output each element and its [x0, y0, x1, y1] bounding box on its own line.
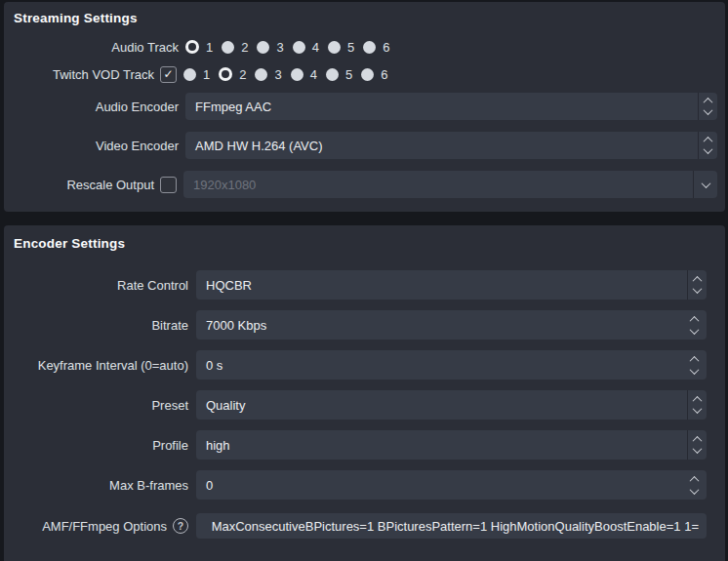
chevron-down-icon — [693, 284, 703, 294]
chevron-down-icon — [689, 325, 699, 335]
help-icon[interactable]: ? — [173, 518, 188, 534]
audio-track-option-2[interactable]: 2 — [222, 40, 248, 55]
spin-up-button[interactable] — [688, 354, 700, 364]
radio-icon[interactable] — [326, 68, 339, 81]
rescale-output-combobox: 1920x1080 — [183, 171, 717, 198]
streaming-settings-title: Streaming Settings — [4, 2, 725, 25]
radio-icon[interactable] — [291, 68, 303, 81]
chevron-down-icon — [701, 179, 710, 188]
keyframe-interval-label: Keyframe Interval (0=auto) — [14, 358, 188, 373]
radio-label: 6 — [381, 67, 387, 82]
rate-control-combobox[interactable]: HQCBR — [196, 270, 707, 300]
rescale-output-value: 1920x1080 — [193, 178, 256, 192]
radio-icon[interactable] — [183, 68, 196, 81]
twitch-vod-option-3[interactable]: 3 — [255, 67, 281, 82]
chevron-down-icon — [704, 144, 713, 154]
max-b-frames-spinbox[interactable]: 0 — [196, 470, 707, 500]
chevron-down-icon — [693, 404, 703, 414]
rate-control-value: HQCBR — [206, 278, 252, 293]
radio-label: 2 — [239, 67, 246, 82]
spin-up-button[interactable] — [688, 474, 700, 484]
chevron-down-icon — [689, 485, 699, 495]
radio-icon[interactable] — [363, 41, 376, 54]
radio-label: 5 — [345, 67, 352, 82]
radio-label: 1 — [203, 67, 210, 82]
encoder-settings-title: Encoder Settings — [4, 225, 725, 251]
radio-icon[interactable] — [293, 41, 305, 54]
chevron-down-icon — [704, 105, 713, 115]
radio-label: 1 — [206, 40, 213, 55]
keyframe-interval-spinbox[interactable]: 0 s — [196, 350, 707, 380]
twitch-vod-option-5[interactable]: 5 — [326, 67, 352, 82]
rate-control-row: Rate Control HQCBR — [4, 270, 725, 300]
profile-combobox[interactable]: high — [196, 430, 707, 460]
twitch-vod-track-row: Twitch VOD Track 1 2 3 4 5 — [4, 64, 725, 84]
audio-encoder-combobox[interactable]: FFmpeg AAC — [185, 93, 717, 120]
radio-label: 3 — [274, 67, 281, 82]
twitch-vod-option-4[interactable]: 4 — [291, 67, 317, 82]
spin-down-button[interactable] — [688, 326, 700, 336]
encoder-settings-panel: Encoder Settings Rate Control HQCBR Bitr… — [4, 225, 725, 561]
max-b-frames-value: 0 — [206, 478, 213, 493]
video-encoder-row: Video Encoder AMD HW H.264 (AVC) — [4, 132, 725, 159]
radio-label: 4 — [310, 67, 317, 82]
bitrate-spinbox[interactable]: 7000 Kbps — [196, 310, 707, 340]
twitch-vod-option-1[interactable]: 1 — [183, 67, 210, 82]
amf-ffmpeg-options-input[interactable] — [196, 513, 707, 539]
bitrate-row: Bitrate 7000 Kbps — [4, 310, 725, 340]
streaming-settings-panel: Streaming Settings Audio Track 1 2 3 4 — [4, 2, 725, 212]
audio-track-option-1[interactable]: 1 — [185, 40, 213, 55]
radio-icon[interactable] — [222, 41, 234, 54]
combo-arrows[interactable] — [687, 270, 707, 300]
combo-arrows[interactable] — [698, 93, 717, 120]
radio-selected-icon[interactable] — [185, 40, 199, 54]
radio-label: 5 — [347, 40, 354, 55]
radio-icon[interactable] — [328, 41, 341, 54]
radio-icon[interactable] — [257, 41, 269, 54]
radio-icon[interactable] — [255, 68, 267, 81]
radio-icon[interactable] — [361, 68, 374, 81]
audio-track-option-5[interactable]: 5 — [328, 40, 354, 55]
spin-down-button[interactable] — [688, 486, 700, 496]
twitch-vod-option-2[interactable]: 2 — [219, 67, 246, 82]
rescale-output-checkbox[interactable] — [160, 177, 177, 193]
chevron-down-icon — [693, 444, 703, 454]
video-encoder-combobox[interactable]: AMD HW H.264 (AVC) — [185, 132, 717, 159]
keyframe-interval-value: 0 s — [206, 358, 222, 373]
amf-ffmpeg-options-label-text: AMF/FFmpeg Options — [42, 519, 167, 534]
bitrate-value: 7000 Kbps — [206, 318, 266, 333]
audio-track-option-3[interactable]: 3 — [257, 40, 283, 55]
chevron-down-icon — [689, 365, 699, 375]
amf-ffmpeg-options-label: AMF/FFmpeg Options ? — [14, 518, 188, 534]
rate-control-label: Rate Control — [14, 278, 188, 293]
spin-up-button[interactable] — [688, 314, 700, 324]
combo-arrows[interactable] — [687, 390, 707, 420]
preset-combobox[interactable]: Quality — [196, 390, 707, 420]
max-b-frames-row: Max B-frames 0 — [4, 470, 725, 500]
amf-ffmpeg-options-row: AMF/FFmpeg Options ? — [4, 513, 725, 539]
twitch-vod-track-label: Twitch VOD Track — [14, 67, 154, 82]
spin-down-button[interactable] — [688, 366, 700, 376]
rescale-output-row: Rescale Output 1920x1080 — [4, 171, 725, 198]
preset-row: Preset Quality — [4, 390, 725, 420]
audio-encoder-label: Audio Encoder — [14, 100, 179, 114]
audio-track-label: Audio Track — [14, 40, 179, 55]
dropdown-arrow — [693, 171, 717, 198]
combo-arrows[interactable] — [698, 132, 717, 159]
bitrate-label: Bitrate — [14, 318, 188, 333]
rescale-output-label: Rescale Output — [14, 178, 154, 192]
profile-row: Profile high — [4, 430, 725, 460]
profile-label: Profile — [14, 438, 188, 453]
preset-label: Preset — [14, 398, 188, 413]
audio-track-option-4[interactable]: 4 — [293, 40, 319, 55]
radio-selected-icon[interactable] — [219, 67, 232, 81]
combo-arrows[interactable] — [687, 430, 707, 460]
radio-label: 2 — [241, 40, 248, 55]
twitch-vod-track-checkbox[interactable] — [160, 66, 177, 83]
twitch-vod-option-6[interactable]: 6 — [361, 67, 387, 82]
audio-encoder-row: Audio Encoder FFmpeg AAC — [4, 93, 725, 120]
video-encoder-value: AMD HW H.264 (AVC) — [195, 139, 323, 153]
audio-track-option-6[interactable]: 6 — [363, 40, 389, 55]
video-encoder-label: Video Encoder — [14, 139, 179, 153]
radio-label: 4 — [312, 40, 319, 55]
